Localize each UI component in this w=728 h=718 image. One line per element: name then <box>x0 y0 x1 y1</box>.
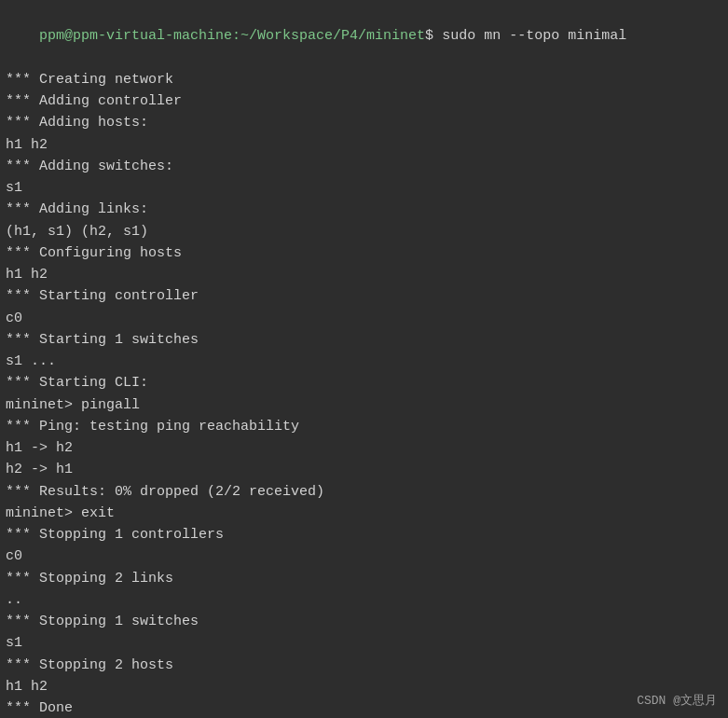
output-line-27: s1 <box>6 632 722 654</box>
output-line-22: *** Stopping 1 controllers <box>6 524 722 545</box>
output-line-4: h1 h2 <box>6 134 722 156</box>
output-line-29: h1 h2 <box>6 676 722 697</box>
output-line-16: mininet> pingall <box>6 394 722 416</box>
prompt-path: ~/Workspace/P4/mininet <box>240 28 425 44</box>
prompt-cmd: sudo mn --topo minimal <box>442 28 626 44</box>
output-line-15: *** Starting CLI: <box>6 372 722 394</box>
output-line-1: *** Creating network <box>6 69 722 90</box>
output-line-23: c0 <box>6 545 722 567</box>
output-line-25: .. <box>6 589 722 611</box>
output-line-9: *** Configuring hosts <box>6 242 722 264</box>
output-line-3: *** Adding hosts: <box>6 112 722 133</box>
terminal-window[interactable]: ppm@ppm-virtual-machine:~/Workspace/P4/m… <box>0 0 728 718</box>
output-line-5: *** Adding switches: <box>6 156 722 177</box>
output-line-26: *** Stopping 1 switches <box>6 611 722 632</box>
output-line-7: *** Adding links: <box>6 199 722 220</box>
output-line-13: *** Starting 1 switches <box>6 329 722 351</box>
output-line-2: *** Adding controller <box>6 90 722 112</box>
output-line-18: h1 -> h2 <box>6 437 722 459</box>
output-line-14: s1 ... <box>6 351 722 372</box>
output-line-19: h2 -> h1 <box>6 459 722 480</box>
output-line-17: *** Ping: testing ping reachability <box>6 416 722 437</box>
prompt-dollar: $ <box>425 28 442 44</box>
output-line-28: *** Stopping 2 hosts <box>6 655 722 676</box>
output-line-10: h1 h2 <box>6 264 722 285</box>
output-line-12: c0 <box>6 308 722 329</box>
output-line-20: *** Results: 0% dropped (2/2 received) <box>6 481 722 503</box>
output-line-21: mininet> exit <box>6 503 722 524</box>
output-line-30: *** Done <box>6 697 722 718</box>
output-line-24: *** Stopping 2 links <box>6 568 722 589</box>
output-line-6: s1 <box>6 177 722 199</box>
prompt-user: ppm@ppm-virtual-machine: <box>39 28 240 44</box>
prompt-line: ppm@ppm-virtual-machine:~/Workspace/P4/m… <box>6 4 722 69</box>
output-line-11: *** Starting controller <box>6 285 722 307</box>
watermark: CSDN @文思月 <box>637 692 717 709</box>
output-line-8: (h1, s1) (h2, s1) <box>6 221 722 242</box>
